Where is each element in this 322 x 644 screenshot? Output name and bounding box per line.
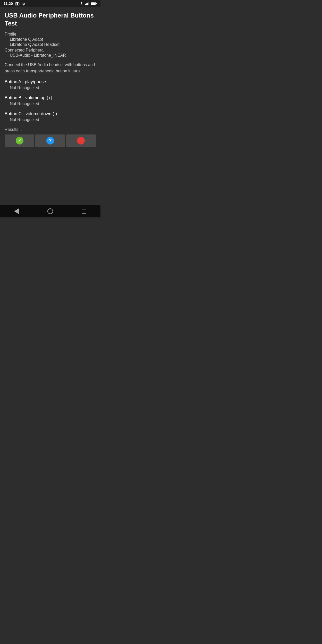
connected-peripheral-value: USB-Audio - Libratone_INEAR bbox=[5, 53, 96, 58]
status-time: 11:20 bbox=[4, 2, 13, 6]
button-a-row: Button A - play/pause Not Recognized bbox=[5, 79, 96, 90]
button-a-status: Not Recognized bbox=[5, 86, 96, 90]
wifi-icon bbox=[79, 2, 84, 5]
svg-rect-9 bbox=[91, 3, 96, 5]
svg-rect-6 bbox=[88, 2, 89, 5]
pass-icon: ✓ bbox=[16, 137, 23, 145]
button-c-label: Button C - volume down (-) bbox=[5, 111, 96, 116]
nav-bar bbox=[0, 205, 100, 217]
svg-rect-2 bbox=[16, 2, 18, 3]
pass-button[interactable]: ✓ bbox=[5, 134, 34, 147]
status-bar: 11:20 ip bbox=[0, 0, 100, 7]
svg-rect-4 bbox=[86, 3, 87, 5]
fail-button[interactable]: ! bbox=[66, 134, 96, 147]
button-b-label: Button B - volume up (+) bbox=[5, 95, 96, 100]
profile-label: Profile bbox=[5, 32, 96, 37]
page-title: USB Audio Peripheral Buttons Test bbox=[5, 11, 96, 27]
button-a-label: Button A - play/pause bbox=[5, 79, 96, 84]
connected-peripheral-label: Connected Peripheral bbox=[5, 48, 96, 53]
nav-home-button[interactable] bbox=[45, 206, 55, 216]
svg-rect-3 bbox=[85, 4, 86, 5]
profile-section: Profile Libratone Q Adapt Libratone Q Ad… bbox=[5, 32, 96, 47]
status-right bbox=[79, 2, 97, 5]
recents-icon bbox=[82, 209, 86, 214]
connected-peripheral-section: Connected Peripheral USB-Audio - Librato… bbox=[5, 48, 96, 58]
svg-rect-8 bbox=[96, 3, 97, 4]
photo-icon bbox=[15, 2, 20, 5]
action-buttons: ✓ ? ! bbox=[5, 134, 96, 147]
back-icon bbox=[14, 208, 19, 214]
results-label: Results... bbox=[5, 127, 96, 132]
battery-icon bbox=[91, 2, 97, 5]
fail-icon: ! bbox=[77, 137, 85, 145]
nav-recents-button[interactable] bbox=[80, 207, 88, 216]
status-left: 11:20 ip bbox=[4, 2, 25, 6]
status-ip: ip bbox=[22, 2, 25, 6]
button-c-status: Not Recognized bbox=[5, 117, 96, 122]
button-c-row: Button C - volume down (-) Not Recognize… bbox=[5, 111, 96, 122]
main-content: USB Audio Peripheral Buttons Test Profil… bbox=[0, 7, 100, 205]
svg-rect-5 bbox=[87, 3, 88, 5]
nav-back-button[interactable] bbox=[12, 206, 21, 216]
signal-icon bbox=[85, 2, 89, 5]
description-text: Connect the USB Audio headset with butto… bbox=[5, 62, 96, 74]
info-icon: ? bbox=[46, 137, 54, 145]
button-b-status: Not Recognized bbox=[5, 101, 96, 106]
profile-item-1: Libratone Q Adapt bbox=[5, 37, 96, 42]
button-b-row: Button B - volume up (+) Not Recognized bbox=[5, 95, 96, 106]
home-icon bbox=[47, 208, 53, 214]
svg-point-1 bbox=[16, 3, 18, 5]
profile-item-2: Libratone Q Adapt Headset bbox=[5, 42, 96, 47]
info-button[interactable]: ? bbox=[35, 134, 65, 147]
